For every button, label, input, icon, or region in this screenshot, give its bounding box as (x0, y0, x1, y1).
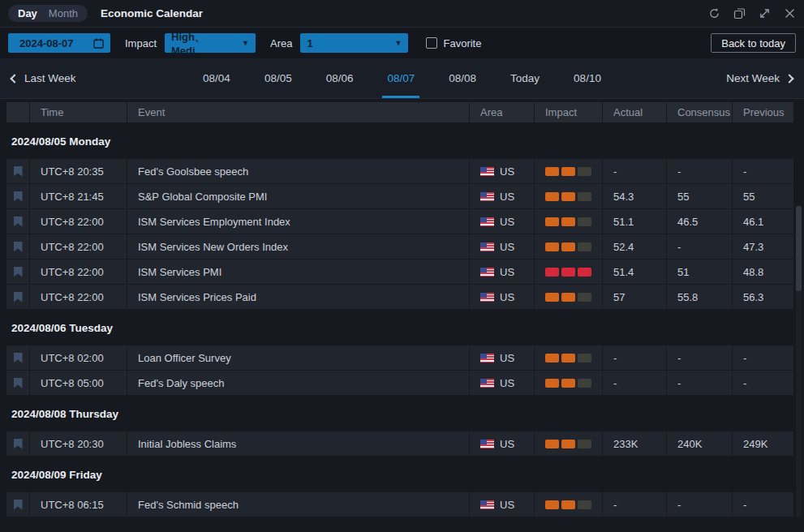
us-flag-icon (480, 268, 494, 277)
event-row[interactable]: UTC+8 21:45S&P Global Composite PMIUS54.… (6, 184, 793, 208)
impact-bars-icon (545, 167, 591, 176)
calendar-table: Time Event Area Impact Actual Consensus … (0, 99, 804, 517)
previous-value: - (733, 492, 793, 517)
event-time: UTC+8 21:45 (30, 184, 127, 208)
tab-day[interactable]: Day (18, 7, 37, 19)
bookmark-button[interactable] (6, 285, 29, 309)
event-time: UTC+8 20:35 (30, 159, 127, 183)
table-header: Time Event Area Impact Actual Consensus … (6, 102, 793, 122)
bookmark-button[interactable] (6, 345, 29, 370)
event-row[interactable]: UTC+8 02:00Loan Officer SurveyUS--- (6, 345, 793, 370)
expand-icon[interactable] (759, 7, 771, 19)
bookmark-button[interactable] (6, 371, 29, 395)
impact-indicator (535, 159, 602, 183)
last-week-button[interactable]: Last Week (11, 58, 76, 98)
day-tab-today[interactable]: Today (505, 58, 544, 98)
event-row[interactable]: UTC+8 20:30Initial Jobless ClaimsUS233K2… (6, 431, 793, 456)
impact-bars-icon (545, 217, 591, 226)
day-tab-08-06[interactable]: 08/06 (321, 58, 359, 98)
impact-filter-value: High、Medi... (171, 30, 234, 57)
area-filter-value: 1 (307, 37, 312, 49)
scrollbar-thumb[interactable] (796, 206, 802, 291)
bookmark-button[interactable] (6, 234, 29, 259)
consensus-value: 240K (667, 431, 732, 456)
event-area: US (470, 209, 534, 234)
consensus-value: - (667, 371, 732, 395)
refresh-icon[interactable] (708, 7, 720, 19)
previous-value: - (733, 371, 793, 395)
scrollbar[interactable] (796, 204, 802, 517)
column-header-area: Area (470, 102, 534, 122)
bookmark-button[interactable] (6, 260, 29, 284)
consensus-value: - (667, 345, 732, 370)
event-row[interactable]: UTC+8 20:35Fed's Goolsbee speechUS--- (6, 159, 793, 183)
event-area: US (470, 431, 534, 456)
event-area: US (470, 184, 534, 208)
event-row[interactable]: UTC+8 22:00ISM Services New Orders Index… (6, 234, 793, 259)
bookmark-icon (14, 166, 23, 177)
event-name: Fed's Daly speech (127, 371, 469, 395)
bookmark-button[interactable] (6, 209, 29, 234)
area-filter-label: Area (270, 37, 292, 49)
day-tab-08-04[interactable]: 08/04 (198, 58, 235, 98)
impact-bars-icon (545, 354, 591, 363)
bookmark-button[interactable] (6, 159, 29, 183)
consensus-value: 55 (667, 184, 732, 208)
impact-bars-icon (545, 242, 591, 251)
area-label: US (500, 191, 514, 203)
close-icon[interactable] (784, 7, 796, 19)
previous-value: 46.1 (733, 209, 793, 234)
favorite-filter[interactable]: Favorite (426, 37, 481, 49)
impact-indicator (535, 234, 602, 259)
filter-bar: 2024-08-07 Impact High、Medi... ▼ Area 1 … (0, 28, 804, 58)
column-header-event: Event (127, 102, 469, 122)
page-title: Economic Calendar (101, 7, 203, 19)
event-name: ISM Services Employment Index (127, 209, 469, 234)
day-tab-08-05[interactable]: 08/05 (260, 58, 297, 98)
bookmark-icon (14, 292, 23, 302)
event-name: Fed's Schmid speech (127, 492, 469, 517)
day-tab-08-08[interactable]: 08/08 (444, 58, 481, 98)
event-time: UTC+8 22:00 (30, 285, 127, 309)
popout-icon[interactable] (733, 7, 746, 19)
last-week-label: Last Week (24, 72, 76, 84)
us-flag-icon (480, 242, 494, 251)
date-picker[interactable]: 2024-08-07 (8, 33, 110, 53)
impact-bars-icon (545, 500, 591, 509)
impact-bars-icon (545, 192, 591, 201)
consensus-value: 51 (667, 260, 732, 284)
previous-value: 249K (733, 431, 793, 456)
column-header-previous: Previous (733, 102, 793, 122)
bookmark-icon (14, 242, 23, 252)
event-area: US (470, 492, 534, 517)
back-to-today-button[interactable]: Back to today (711, 33, 796, 53)
chevron-left-icon (10, 74, 19, 83)
actual-value: 51.1 (603, 209, 666, 234)
next-week-button[interactable]: Next Week (726, 58, 793, 98)
impact-indicator (535, 492, 602, 517)
actual-value: - (603, 159, 666, 183)
consensus-value: 46.5 (667, 209, 732, 234)
date-group-header: 2024/08/06 Tuesday (6, 310, 793, 345)
day-tab-08-07[interactable]: 08/07 (382, 58, 419, 98)
bookmark-button[interactable] (6, 492, 29, 517)
event-row[interactable]: UTC+8 22:00ISM Services PMIUS51.45148.8 (6, 260, 793, 284)
event-time: UTC+8 05:00 (30, 371, 127, 395)
event-row[interactable]: UTC+8 05:00Fed's Daly speechUS--- (6, 371, 793, 395)
favorite-checkbox[interactable] (426, 37, 437, 49)
event-name: Loan Officer Survey (127, 345, 469, 370)
impact-filter-select[interactable]: High、Medi... ▼ (165, 33, 256, 53)
tab-month[interactable]: Month (49, 7, 78, 19)
event-row[interactable]: UTC+8 06:15Fed's Schmid speechUS--- (6, 492, 793, 517)
bookmark-button[interactable] (6, 431, 29, 456)
event-row[interactable]: UTC+8 22:00ISM Services Employment Index… (6, 209, 793, 234)
event-name: ISM Services PMI (127, 260, 469, 284)
day-tab-08-10[interactable]: 08/10 (569, 58, 606, 98)
actual-value: 233K (603, 431, 666, 456)
consensus-value: 55.8 (667, 285, 732, 309)
bookmark-button[interactable] (6, 184, 29, 208)
event-row[interactable]: UTC+8 22:00ISM Services Prices PaidUS575… (6, 285, 793, 309)
event-name: ISM Services New Orders Index (127, 234, 469, 259)
impact-bars-icon (545, 268, 591, 277)
area-filter-select[interactable]: 1 ▼ (300, 33, 408, 53)
